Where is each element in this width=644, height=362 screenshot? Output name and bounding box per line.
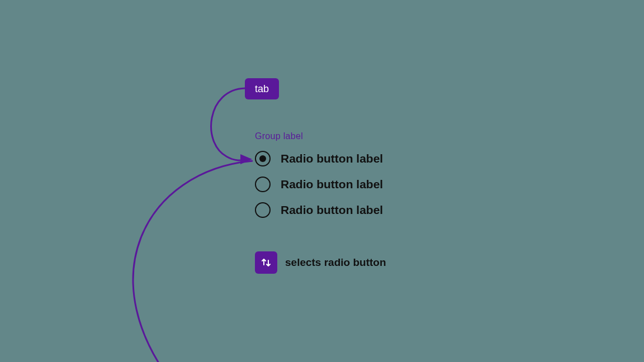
radio-indicator	[255, 202, 271, 218]
radio-option-1[interactable]: Radio button label	[255, 151, 383, 166]
radio-indicator-selected	[255, 151, 271, 166]
keyboard-hint: selects radio button	[255, 251, 386, 274]
radio-option-label: Radio button label	[281, 178, 383, 191]
radio-group: Radio button label Radio button label Ra…	[255, 151, 383, 228]
arrow-keys-badge	[255, 251, 277, 274]
diagram-canvas: tab Group label Radio button label Radio…	[0, 0, 644, 362]
up-down-arrows-icon	[259, 256, 273, 269]
radio-option-2[interactable]: Radio button label	[255, 177, 383, 192]
tab-key-label: tab	[255, 83, 269, 94]
radio-indicator	[255, 177, 271, 192]
radio-option-3[interactable]: Radio button label	[255, 202, 383, 218]
radio-option-label: Radio button label	[281, 152, 383, 165]
radio-option-label: Radio button label	[281, 203, 383, 217]
radio-group-label: Group label	[255, 131, 303, 141]
keyboard-hint-text: selects radio button	[285, 256, 386, 269]
tab-key-badge: tab	[245, 78, 279, 99]
